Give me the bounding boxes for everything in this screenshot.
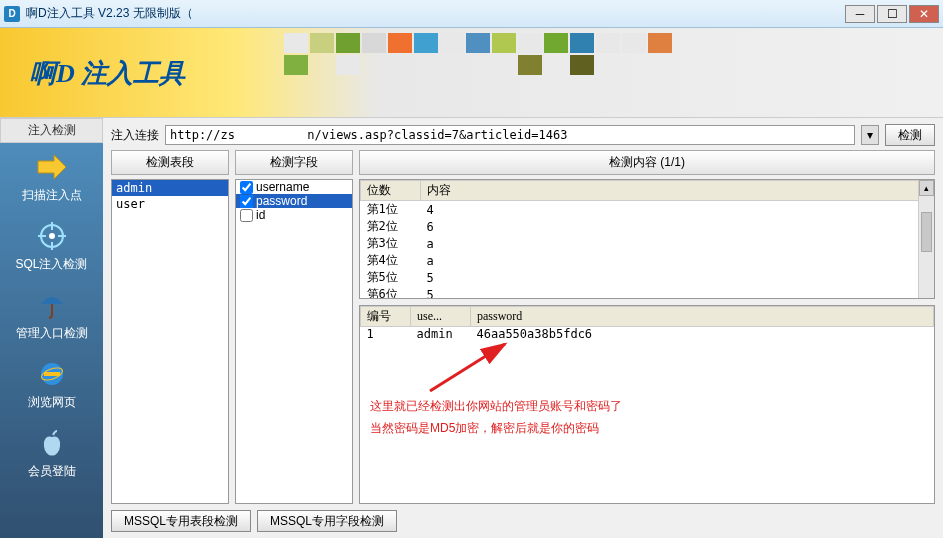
sidebar-item-login[interactable]: 会员登陆 <box>0 419 103 488</box>
minimize-button[interactable]: ─ <box>845 5 875 23</box>
mosaic-decor <box>283 32 703 98</box>
target-icon <box>36 220 68 252</box>
sidebar-item-admin[interactable]: 管理入口检测 <box>0 281 103 350</box>
col-password: password <box>471 307 934 327</box>
app-icon: D <box>4 6 20 22</box>
banner: 啊D 注入工具 <box>0 28 943 118</box>
window-titlebar: D 啊D注入工具 V2.23 无限制版（ ─ ☐ ✕ <box>0 0 943 28</box>
mssql-field-button[interactable]: MSSQL专用字段检测 <box>257 510 397 532</box>
table-row[interactable]: 第3位a <box>361 235 934 252</box>
annotation-line2: 当然密码是MD5加密，解密后就是你的密码 <box>370 418 622 440</box>
sidebar-item-label: 会员登陆 <box>28 463 76 480</box>
content-area: 注入连接 ▾ 检测 检测表段 检测字段 检测内容 (1/1) admin use… <box>103 118 943 538</box>
col-position: 位数 <box>361 181 421 201</box>
ie-icon <box>36 358 68 390</box>
umbrella-icon <box>36 289 68 321</box>
col-user: use... <box>411 307 471 327</box>
url-input[interactable] <box>165 125 855 145</box>
sidebar-item-label: SQL注入检测 <box>15 256 87 273</box>
field-row[interactable]: id <box>236 208 352 222</box>
svg-point-1 <box>49 233 55 239</box>
close-button[interactable]: ✕ <box>909 5 939 23</box>
banner-title: 啊D 注入工具 <box>30 56 185 91</box>
field-name: password <box>256 194 307 208</box>
sidebar-item-label: 扫描注入点 <box>22 187 82 204</box>
annotation-text: 这里就已经检测出你网站的管理员账号和密码了 当然密码是MD5加密，解密后就是你的… <box>370 396 622 439</box>
scroll-up-icon[interactable]: ▴ <box>919 180 934 196</box>
fields-list[interactable]: username password id <box>235 179 353 504</box>
annotation-line1: 这里就已经检测出你网站的管理员账号和密码了 <box>370 396 622 418</box>
col-id: 编号 <box>361 307 411 327</box>
svg-line-4 <box>430 344 505 391</box>
maximize-button[interactable]: ☐ <box>877 5 907 23</box>
sidebar-item-label: 管理入口检测 <box>16 325 88 342</box>
scroll-thumb[interactable] <box>921 212 932 252</box>
table-row[interactable]: 1 admin 46aa550a38b5fdc6 <box>361 327 934 342</box>
field-name: id <box>256 208 265 222</box>
field-checkbox[interactable] <box>240 181 253 194</box>
table-row[interactable]: 第5位5 <box>361 269 934 286</box>
detect-button[interactable]: 检测 <box>885 124 935 146</box>
field-name: username <box>256 180 309 194</box>
url-dropdown-button[interactable]: ▾ <box>861 125 879 145</box>
apple-icon <box>36 427 68 459</box>
panel-title-content[interactable]: 检测内容 (1/1) <box>359 150 935 175</box>
mssql-table-button[interactable]: MSSQL专用表段检测 <box>111 510 251 532</box>
scrollbar-vertical[interactable]: ▴ <box>918 180 934 298</box>
list-item[interactable]: admin <box>112 180 228 196</box>
table-row[interactable]: 第6位5 <box>361 286 934 299</box>
sidebar-item-sql[interactable]: SQL注入检测 <box>0 212 103 281</box>
panel-title-tables[interactable]: 检测表段 <box>111 150 229 175</box>
url-label: 注入连接 <box>111 127 159 144</box>
window-title: 啊D注入工具 V2.23 无限制版（ <box>26 5 845 22</box>
col-content: 内容 <box>421 181 934 201</box>
sidebar-item-label: 浏览网页 <box>28 394 76 411</box>
list-item[interactable]: user <box>112 196 228 212</box>
sidebar-item-browse[interactable]: 浏览网页 <box>0 350 103 419</box>
table-row[interactable]: 第1位4 <box>361 201 934 219</box>
arrow-right-icon <box>36 151 68 183</box>
field-checkbox[interactable] <box>240 195 253 208</box>
field-checkbox[interactable] <box>240 209 253 222</box>
table-row[interactable]: 第4位a <box>361 252 934 269</box>
table-row[interactable]: 第2位6 <box>361 218 934 235</box>
tables-list[interactable]: admin user <box>111 179 229 504</box>
annotation-arrow <box>420 336 520 396</box>
sidebar-header: 注入检测 <box>0 118 103 143</box>
content-positions-table[interactable]: 位数 内容 第1位4 第2位6 第3位a 第4位a 第5位5 第6位5 第7位0… <box>359 179 935 299</box>
panel-title-fields[interactable]: 检测字段 <box>235 150 353 175</box>
results-table-panel: 编号 use... password 1 admin 46aa550a38b5f… <box>359 305 935 504</box>
field-row[interactable]: password <box>236 194 352 208</box>
field-row[interactable]: username <box>236 180 352 194</box>
sidebar: 注入检测 扫描注入点 SQL注入检测 管理入口检测 浏览网页 <box>0 118 103 538</box>
sidebar-item-scan[interactable]: 扫描注入点 <box>0 143 103 212</box>
